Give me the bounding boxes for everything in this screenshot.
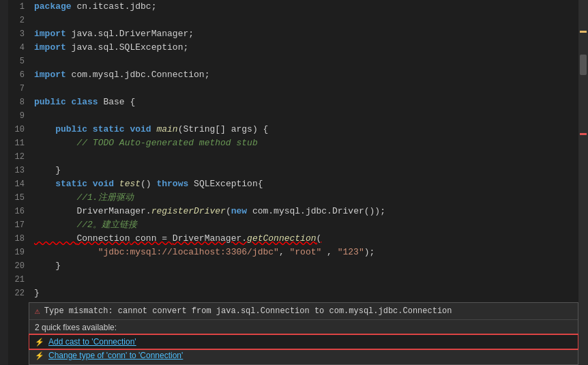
token: getConnection xyxy=(247,233,316,244)
code-line: // TODO Auto-generated method stub xyxy=(34,136,578,150)
code-line xyxy=(34,82,578,96)
editor-window: 12345678910111213141516171819202122 pack… xyxy=(0,0,588,365)
code-line: //1.注册驱动 xyxy=(34,191,578,205)
line-numbers: 12345678910111213141516171819202122 xyxy=(8,0,29,365)
token: Base xyxy=(103,97,124,107)
token: () xyxy=(141,179,156,189)
error-popup: ⚠ Type mismatch: cannot convert from jav… xyxy=(29,302,578,365)
token: Connection xyxy=(76,233,130,244)
token xyxy=(34,138,76,148)
token: "jdbc:mysql://localhost:3306/jdbc" xyxy=(98,247,279,257)
error-message: Type mismatch: cannot convert from java.… xyxy=(44,306,452,316)
code-line: } xyxy=(34,164,578,177)
scrollbar-mark-error xyxy=(580,133,587,135)
quickfix-item-2[interactable]: ⚡ Change type of 'conn' to 'Connection' xyxy=(29,349,578,364)
code-line: //2。建立链接 xyxy=(34,218,578,232)
token: SQLException{ xyxy=(194,179,263,189)
code-line xyxy=(34,109,578,123)
token: , xyxy=(279,247,290,257)
token: test xyxy=(119,179,141,189)
token xyxy=(34,192,76,203)
quickfix-icon-2: ⚡ xyxy=(35,351,44,360)
token: { xyxy=(125,97,136,107)
token: public xyxy=(34,97,72,107)
token: //2。建立链接 xyxy=(76,220,136,230)
token: conn = xyxy=(130,233,172,244)
token xyxy=(34,124,55,134)
token: import xyxy=(34,42,72,53)
token: ); xyxy=(374,206,385,216)
code-line: static void test() throws SQLException{ xyxy=(34,177,578,191)
token: throws xyxy=(156,179,194,189)
code-line xyxy=(34,55,578,68)
code-editor[interactable]: package cn.itcast.jdbc; import java.sql.… xyxy=(29,0,578,365)
token: ( xyxy=(317,233,322,244)
code-line: package cn.itcast.jdbc; xyxy=(34,0,578,14)
code-line: Connection conn = DriverManager.getConne… xyxy=(34,232,578,246)
quickfix-icon-1: ⚡ xyxy=(35,338,44,347)
token: . xyxy=(146,206,151,216)
quickfix-label: 2 quick fixes available: xyxy=(29,320,578,335)
token: } xyxy=(34,261,61,271)
error-title-bar: ⚠ Type mismatch: cannot convert from jav… xyxy=(29,303,578,320)
code-line xyxy=(34,150,578,164)
code-line: "jdbc:mysql://localhost:3306/jdbc", "roo… xyxy=(34,246,578,259)
token: import xyxy=(34,29,72,39)
token: cn.itcast.jdbc; xyxy=(76,1,156,12)
scrollbar-mark-warning xyxy=(580,31,587,33)
scrollbar-thumb[interactable] xyxy=(580,55,587,75)
code-line: import java.sql.DriverManager; xyxy=(34,27,578,41)
token: import xyxy=(34,70,72,80)
token: java.sql.SQLException; xyxy=(72,42,189,53)
token: (String[] args) { xyxy=(178,124,269,134)
token: "123" xyxy=(338,247,364,257)
code-line: import java.sql.SQLException; xyxy=(34,41,578,55)
token: static xyxy=(55,179,93,189)
token: static xyxy=(93,124,130,134)
token: DriverManager xyxy=(173,233,241,244)
quickfix-link-2[interactable]: Change type of 'conn' to 'Connection' xyxy=(48,351,183,360)
token xyxy=(34,220,76,230)
token: void xyxy=(130,124,156,134)
error-icon: ⚠ xyxy=(35,306,40,317)
code-line: } xyxy=(34,259,578,273)
scrollbar[interactable] xyxy=(578,0,588,365)
token xyxy=(34,247,98,257)
quickfix-item-1[interactable]: ⚡ Add cast to 'Connection' xyxy=(29,335,578,349)
code-line: DriverManager.registerDriver(new com.mys… xyxy=(34,205,578,218)
token xyxy=(34,206,76,216)
token: com.mysql.jdbc.Connection; xyxy=(72,70,210,80)
token: Auto-generated method stub xyxy=(119,138,258,148)
token xyxy=(34,179,55,189)
token: registerDriver xyxy=(151,206,226,216)
token: ( xyxy=(226,206,231,216)
token: class xyxy=(72,97,104,107)
token: package xyxy=(34,1,76,12)
token: com.mysql.jdbc.Driver() xyxy=(252,206,374,216)
code-line xyxy=(34,14,578,27)
token: new xyxy=(231,206,252,216)
token: void xyxy=(93,179,119,189)
code-line: } xyxy=(34,287,578,300)
token: public xyxy=(55,124,93,134)
token: ); xyxy=(364,247,375,257)
token: //1.注册驱动 xyxy=(76,192,133,203)
token: main xyxy=(156,124,177,134)
code-line: import com.mysql.jdbc.Connection; xyxy=(34,68,578,82)
token: DriverManager xyxy=(76,206,145,216)
code-line: public static void main(String[] args) { xyxy=(34,123,578,136)
quickfix-link-1[interactable]: Add cast to 'Connection' xyxy=(48,337,136,347)
left-gutter xyxy=(0,0,8,365)
code-lines: package cn.itcast.jdbc; import java.sql.… xyxy=(34,0,578,300)
token: } xyxy=(34,288,40,298)
token: java.sql.DriverManager; xyxy=(72,29,194,39)
token: } xyxy=(34,165,61,175)
token: "root" xyxy=(289,247,321,257)
token: , xyxy=(321,247,337,257)
token xyxy=(34,233,76,244)
token: // TODO xyxy=(76,138,119,148)
code-line xyxy=(34,273,578,287)
code-line: public class Base { xyxy=(34,96,578,109)
token: . xyxy=(241,233,247,244)
